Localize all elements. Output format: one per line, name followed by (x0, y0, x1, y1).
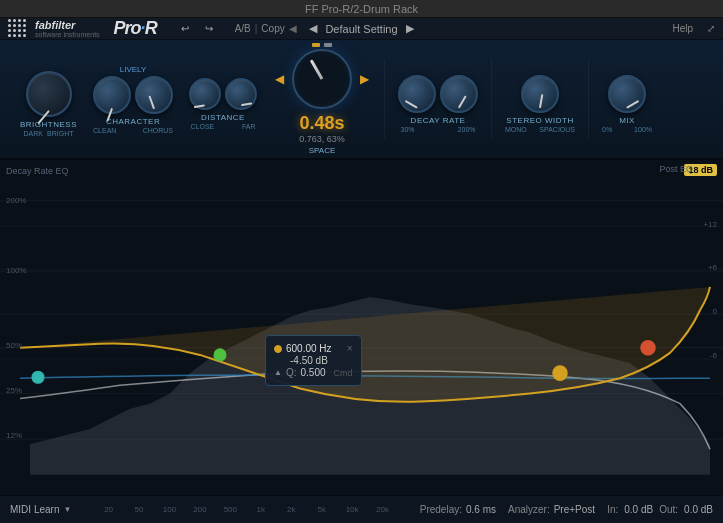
eq-db-label-50: 50% (6, 341, 22, 350)
space-right-indicator (324, 43, 332, 47)
out-value: 0.0 dB (684, 504, 713, 515)
character-knob-2[interactable] (135, 76, 173, 114)
space-value[interactable]: 0.48s (299, 113, 344, 134)
undo-button[interactable]: ↩ (177, 22, 193, 35)
character-sub-right: CHORUS (143, 127, 173, 134)
freq-200: 200 (185, 505, 215, 514)
brightness-sub-left: DARK (24, 130, 43, 137)
preset-arrow-right[interactable]: ▶ (406, 22, 414, 35)
out-label: Out: (659, 504, 678, 515)
divider-1 (384, 59, 385, 139)
midi-learn-button[interactable]: MIDI Learn ▼ (10, 504, 71, 515)
decay-rate-group: DECAY RATE 30% 200% (398, 65, 478, 133)
eq-db-label-100: 100% (6, 266, 26, 275)
space-arrow-right[interactable]: ▶ (360, 72, 369, 86)
in-label: In: (607, 504, 618, 515)
popup-triangle-icon: ▲ (274, 368, 282, 377)
preset-arrow-left[interactable]: ◀ (309, 22, 317, 35)
eq-right-minus6: -6 (710, 351, 717, 360)
freq-10k: 10k (337, 505, 367, 514)
popup-freq-dot (274, 345, 282, 353)
freq-100: 100 (154, 505, 184, 514)
bottom-right: Predelay: 0.6 ms Analyzer: Pre+Post In: … (420, 504, 713, 515)
freq-1k: 1k (246, 505, 276, 514)
maximize-button[interactable]: ⤢ (707, 23, 715, 34)
eq-right-0: 0 (713, 307, 717, 316)
distance-group: DISTANCE CLOSE FAR (189, 68, 257, 130)
eq-right-12: +12 (703, 220, 717, 229)
stereo-width-group: STEREO WIDTH MONO SPACIOUS (505, 65, 575, 133)
freq-50: 50 (124, 505, 154, 514)
distance-knob-1[interactable] (189, 78, 221, 110)
character-knob-1[interactable] (93, 76, 131, 114)
brightness-knob[interactable] (26, 71, 72, 117)
popup-q-label: Q: (286, 367, 297, 378)
copy-button[interactable]: Copy (261, 23, 284, 34)
ab-section: A/B | Copy ◀ (235, 23, 297, 34)
plugin-container: fabfilter software instruments Pro·R ↩ ↪… (0, 18, 723, 523)
post-eq-label: Post EQ (659, 164, 693, 174)
eq-db-label-25: 25% (6, 386, 22, 395)
space-clock[interactable] (292, 49, 352, 109)
logo-name: fabfilter (35, 19, 100, 31)
midi-learn-label: MIDI Learn (10, 504, 59, 515)
analyzer-label: Analyzer: (508, 504, 550, 515)
freq-5k: 5k (306, 505, 336, 514)
title-bar: FF Pro-R/2-Drum Rack (0, 0, 723, 18)
decay-rate-knob-2[interactable] (440, 75, 478, 113)
brightness-sub-right: BRIGHT (47, 130, 73, 137)
freq-20k: 20k (367, 505, 397, 514)
predelay-value[interactable]: 0.6 ms (466, 504, 496, 515)
popup-cmd: Cmd (334, 368, 353, 378)
eq-area[interactable]: Decay Rate EQ 18 dB Post EQ 200% 100% 50… (0, 160, 723, 495)
divider-3 (588, 59, 589, 139)
popup-freq: 600.00 Hz (286, 343, 332, 354)
stereo-width-knob[interactable] (521, 75, 559, 113)
redo-button[interactable]: ↪ (201, 22, 217, 35)
top-controls: BRIGHTNESS DARK BRIGHT LIVELY CHARACTER … (0, 40, 723, 160)
mix-knob[interactable] (608, 75, 646, 113)
predelay-section: Predelay: 0.6 ms (420, 504, 496, 515)
popup-freq-row: 600.00 Hz × (274, 343, 353, 354)
freq-2k: 2k (276, 505, 306, 514)
midi-arrow-icon: ▼ (63, 505, 71, 514)
popup-gain-row: -4.50 dB (274, 355, 353, 366)
decay-rate-sub-left: 30% (401, 126, 415, 133)
header-controls: ↩ ↪ A/B | Copy ◀ (177, 22, 297, 35)
preset-name[interactable]: Default Setting (325, 23, 397, 35)
bottom-bar: MIDI Learn ▼ 20 50 100 200 500 1k 2k 5k … (0, 495, 723, 523)
header: fabfilter software instruments Pro·R ↩ ↪… (0, 18, 723, 40)
character-label-top: LIVELY (120, 65, 147, 74)
popup-q-value: 0.500 (300, 367, 325, 378)
ab-arrow[interactable]: ◀ (289, 23, 297, 34)
ab-label: A/B (235, 23, 251, 34)
mix-label: MIX (619, 116, 635, 125)
freq-500: 500 (215, 505, 245, 514)
space-label: SPACE (309, 146, 336, 155)
stereo-width-sub-left: MONO (505, 126, 527, 133)
svg-point-9 (214, 349, 226, 361)
character-group: LIVELY CHARACTER CLEAN CHORUS (93, 65, 173, 134)
decay-rate-knob-1[interactable] (398, 75, 436, 113)
popup-close-btn[interactable]: × (347, 343, 353, 354)
distance-knob-2[interactable] (225, 78, 257, 110)
decay-rate-sub-right: 200% (458, 126, 476, 133)
brightness-group: BRIGHTNESS DARK BRIGHT (20, 61, 77, 137)
eq-db-label-12: 12% (6, 431, 22, 440)
popup-q-row: ▲ Q: 0.500 Cmd (274, 367, 353, 378)
mix-sub-right: 100% (634, 126, 652, 133)
svg-point-12 (32, 371, 44, 383)
predelay-label: Predelay: (420, 504, 462, 515)
space-arrow-left[interactable]: ◀ (275, 72, 284, 86)
help-button[interactable]: Help (672, 23, 693, 34)
freq-axis: 20 50 100 200 500 1k 2k 5k 10k 20k (83, 505, 407, 514)
analyzer-section: Analyzer: Pre+Post (508, 504, 595, 515)
stereo-width-sub-right: SPACIOUS (539, 126, 575, 133)
analyzer-value[interactable]: Pre+Post (554, 504, 595, 515)
title-text: FF Pro-R/2-Drum Rack (305, 3, 418, 15)
eq-svg (0, 160, 723, 495)
distance-label: DISTANCE (201, 113, 245, 122)
logo-area: fabfilter software instruments Pro·R (8, 18, 157, 39)
io-section: In: 0.0 dB Out: 0.0 dB (607, 504, 713, 515)
logo-sub: software instruments (35, 31, 100, 39)
